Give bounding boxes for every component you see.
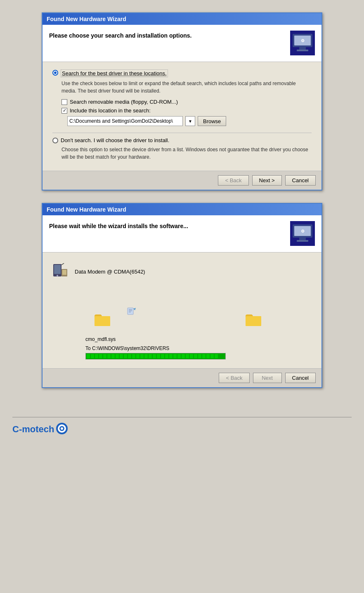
modem-icon [52, 261, 69, 283]
dialog2-header: Please wait while the wizard installs th… [43, 215, 321, 252]
progress-dot [202, 354, 206, 358]
progress-dot [153, 354, 156, 358]
cancel-button-2[interactable]: Cancel [285, 373, 316, 383]
checkbox-location-label: Include this location in the search: [70, 107, 151, 114]
svg-rect-3 [299, 47, 306, 50]
brand-logo [56, 422, 68, 436]
svg-rect-18 [95, 316, 110, 326]
flying-paper-icon [127, 307, 137, 317]
progress-dot [198, 354, 201, 358]
progress-dot [124, 354, 127, 358]
copy-animation [52, 291, 312, 332]
progress-dot [136, 354, 139, 358]
hardware-wizard-icon-2: ⚙ [290, 221, 315, 246]
progress-dot [120, 354, 123, 358]
progress-bar-fill [86, 353, 225, 359]
progress-dot [177, 354, 181, 358]
next-button-1[interactable]: Next > [252, 175, 282, 186]
radio-search-circle[interactable] [52, 70, 58, 76]
dialog-1: Found New Hardware Wizard Please choose … [42, 12, 322, 191]
progress-dot [140, 354, 144, 358]
svg-point-27 [61, 427, 63, 430]
progress-dot [190, 354, 193, 358]
progress-dot [99, 354, 102, 358]
progress-dot [107, 354, 111, 358]
progress-dot [169, 354, 173, 358]
source-folder-icon [94, 312, 111, 328]
progress-dot [182, 354, 185, 358]
svg-line-17 [61, 263, 64, 265]
progress-dot [111, 354, 115, 358]
progress-bar-container [85, 353, 226, 360]
dialog2-titlebar: Found New Hardware Wizard [43, 204, 321, 215]
progress-dot [91, 354, 94, 358]
progress-dot [116, 354, 119, 358]
device-name-label: Data Modem @ CDMA(6542) [75, 269, 145, 275]
bottom-divider [12, 417, 352, 417]
dialog1-title: Found New Hardware Wizard [47, 16, 126, 22]
hardware-wizard-icon: ⚙ [290, 31, 315, 55]
device-row: Data Modem @ CDMA(6542) [52, 261, 312, 283]
dialog2-footer: < Back Next Cancel [43, 368, 321, 387]
location-input[interactable] [67, 116, 183, 126]
copy-file-label: cmo_mdfl.sys [85, 336, 312, 342]
dialog2-title: Found New Hardware Wizard [47, 206, 126, 213]
progress-dot [103, 354, 106, 358]
progress-dot [87, 354, 90, 358]
dialog1-header: Please choose your search and installati… [43, 25, 321, 62]
progress-dot [161, 354, 164, 358]
checkbox-removable[interactable]: Search removable media (floppy, CD-ROM..… [61, 99, 312, 105]
progress-dot [194, 354, 197, 358]
progress-dot [173, 354, 177, 358]
next-button-2[interactable]: Next [253, 373, 282, 383]
location-dropdown[interactable]: ▼ [185, 116, 195, 126]
back-button-1[interactable]: < Back [218, 175, 248, 186]
radio-dont-search-circle[interactable] [52, 138, 58, 143]
svg-rect-19 [128, 308, 133, 314]
dest-folder-icon [245, 312, 262, 328]
dialog-2: Found New Hardware Wizard Please wait wh… [42, 203, 322, 388]
browse-button[interactable]: Browse [198, 116, 226, 126]
dialog1-titlebar: Found New Hardware Wizard [43, 13, 321, 25]
svg-point-14 [57, 275, 58, 276]
dialog2-header-title: Please wait while the wizard installs th… [49, 221, 188, 229]
progress-dot [95, 354, 98, 358]
checkbox-removable-box[interactable] [61, 99, 67, 105]
radio-dont-search-desc: Choose this option to select the device … [61, 146, 312, 161]
radio-dont-search-label[interactable]: Don't search. I will choose the driver t… [61, 137, 169, 143]
svg-text:⚙: ⚙ [301, 229, 305, 233]
radio-search-label[interactable]: Search for the best driver in these loca… [61, 69, 168, 77]
radio-dont-search[interactable]: Don't search. I will choose the driver t… [52, 137, 312, 143]
progress-dot [149, 354, 152, 358]
dialog1-body: Search for the best driver in these loca… [43, 62, 321, 171]
progress-dot [132, 354, 135, 358]
brand-text: C-motech [12, 424, 54, 435]
svg-rect-16 [62, 270, 66, 275]
bottom-section: C-motech [0, 417, 364, 436]
dialog2-body: Data Modem @ CDMA(6542) [43, 252, 321, 368]
checkbox-removable-label: Search removable media (floppy, CD-ROM..… [70, 99, 178, 105]
progress-dot [157, 354, 160, 358]
location-row: ▼ Browse [67, 116, 312, 126]
radio-search[interactable]: Search for the best driver in these loca… [52, 69, 312, 77]
dialog1-footer: < Back Next > Cancel [43, 171, 321, 190]
copy-info-area: cmo_mdfl.sys To C:\WINDOWS\system32\DRIV… [85, 336, 312, 360]
radio-search-desc: Use the check boxes below to limit or ex… [61, 80, 312, 95]
progress-dot [186, 354, 189, 358]
checkbox-location-box[interactable] [61, 108, 67, 114]
svg-rect-10 [297, 240, 308, 242]
svg-rect-13 [54, 265, 61, 274]
checkbox-location[interactable]: Include this location in the search: [61, 107, 312, 114]
back-button-2[interactable]: < Back [219, 373, 249, 383]
progress-dot [215, 354, 218, 358]
progress-dot [206, 354, 210, 358]
brand-area: C-motech [12, 422, 352, 436]
progress-dot [144, 354, 148, 358]
section-divider [52, 133, 312, 133]
svg-rect-4 [297, 50, 308, 51]
progress-dot [128, 354, 131, 358]
progress-dot [210, 354, 214, 358]
svg-text:⚙: ⚙ [301, 38, 305, 43]
cancel-button-1[interactable]: Cancel [285, 175, 316, 186]
progress-dot [165, 354, 168, 358]
